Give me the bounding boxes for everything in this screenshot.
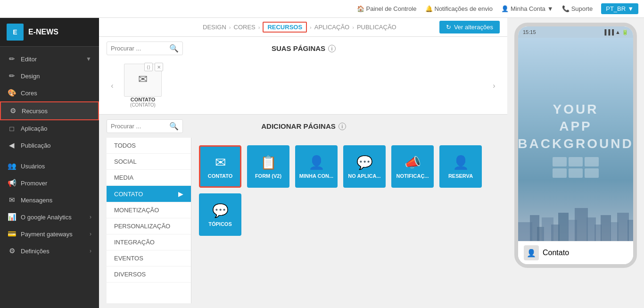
top-bar: 🏠 Painel de Controle 🔔 Notificações de e…	[0, 0, 644, 18]
tile-minha-con[interactable]: 👤 MINHA CON...	[295, 145, 338, 188]
tile-form[interactable]: 📋 FORM (V2)	[247, 145, 289, 188]
category-contato[interactable]: CONTATO ▶	[107, 186, 191, 202]
mensagens-icon: ✉	[8, 196, 16, 204]
tile-reserva[interactable]: 👤 RESERVA	[439, 145, 482, 188]
sidebar-item-cores[interactable]: 🎨 Cores	[0, 84, 99, 101]
sidebar-item-promover[interactable]: 📢 Promover	[0, 175, 99, 191]
carousel-next[interactable]: ›	[488, 80, 500, 92]
breadcrumb-design[interactable]: DESIGN	[203, 24, 226, 31]
adicionar-info-icon[interactable]: i	[339, 123, 346, 130]
adicionar-paginas-section: 🔍 ADICIONAR PÁGINAS i TODOS SOCIAL MEDIA…	[99, 115, 507, 308]
category-eventos[interactable]: EVENTOS	[107, 250, 191, 266]
categories-panel: TODOS SOCIAL MEDIA CONTATO ▶ MONETIZAÇÃO…	[107, 138, 191, 303]
grid-cell	[553, 157, 567, 166]
svg-rect-5	[558, 213, 569, 241]
grid-cell	[585, 157, 599, 166]
sidebar-item-mensagens[interactable]: ✉ Mensagens	[0, 191, 99, 208]
recursos-label: Recursos	[22, 108, 48, 115]
category-diversos[interactable]: DIVERSOS	[107, 266, 191, 283]
content-area: DESIGN › CORES › RECURSOS › APLICAÇÃO › …	[99, 18, 507, 308]
publicacao-label: Publicação	[21, 142, 51, 149]
editor-group[interactable]: ✏ Editor ▼	[0, 50, 99, 67]
suas-paginas-search[interactable]: 🔍	[107, 42, 183, 55]
painel-controle-link[interactable]: 🏠 Painel de Controle	[357, 5, 417, 12]
breadcrumb-bar: DESIGN › CORES › RECURSOS › APLICAÇÃO › …	[99, 18, 507, 37]
design-icon: ✏	[8, 72, 16, 80]
category-arrow: ▶	[178, 190, 183, 198]
sidebar-item-usuarios[interactable]: 👥 Usuários	[0, 158, 99, 175]
promover-icon: 📢	[8, 179, 16, 187]
grid-cell	[585, 168, 599, 178]
breadcrumb-aplicacao[interactable]: APLICAÇÃO	[314, 24, 349, 31]
analytics-chevron: ›	[90, 214, 91, 220]
breadcrumb-sep-1: ›	[229, 25, 231, 30]
sidebar-item-analytics[interactable]: 📊 O google Analytics ›	[0, 208, 99, 225]
adicionar-paginas-header: 🔍 ADICIONAR PÁGINAS i	[107, 119, 500, 133]
info-icon[interactable]: i	[328, 45, 336, 52]
sidebar-item-aplicacao[interactable]: □ Aplicação	[0, 120, 99, 137]
aplicacao-label: Aplicação	[21, 125, 47, 132]
notificacoes-link[interactable]: 🔔 Notificações de envio	[425, 5, 493, 12]
recursos-icon: ⚙	[8, 107, 17, 115]
tile-form-icon: 📋	[260, 155, 277, 170]
suas-paginas-header: 🔍 SUAS PÁGINAS i	[107, 42, 500, 55]
search-input[interactable]	[111, 45, 167, 52]
category-personalizacao[interactable]: PERSONALIZAÇÃO	[107, 218, 191, 234]
category-todos[interactable]: TODOS	[107, 138, 191, 154]
tile-reserva-icon: 👤	[453, 155, 469, 170]
tile-topicos-label: TÓPICOS	[208, 221, 232, 227]
tile-no-aplica[interactable]: 💬 NO APLICA...	[343, 145, 386, 188]
adicionar-search-input[interactable]	[111, 123, 167, 130]
adicionar-search[interactable]: 🔍	[107, 119, 183, 133]
sidebar-item-publicacao[interactable]: ◀ Publicação	[0, 137, 99, 154]
sidebar-item-design[interactable]: ✏ Design	[0, 67, 99, 84]
category-monetizacao[interactable]: MONETIZAÇÃO	[107, 202, 191, 218]
cores-label: Cores	[21, 90, 37, 97]
grid-cell	[553, 168, 567, 178]
sidebar-item-payment[interactable]: 💳 Payment gateways ›	[0, 225, 99, 242]
tile-notificac[interactable]: 📣 NOTIFICAÇ...	[391, 145, 434, 188]
breadcrumb-recursos[interactable]: RECURSOS	[263, 22, 307, 33]
grid-cell	[569, 157, 583, 166]
add-pages-layout: TODOS SOCIAL MEDIA CONTATO ▶ MONETIZAÇÃO…	[107, 138, 500, 303]
suporte-link[interactable]: 📞 Suporte	[562, 5, 593, 12]
breadcrumb-publicacao[interactable]: PUBLICAÇÃO	[357, 24, 396, 31]
definicoes-icon: ⚙	[8, 247, 16, 255]
tile-reserva-label: RESERVA	[448, 173, 473, 179]
tile-contato[interactable]: ✉ CONTATO	[199, 145, 241, 188]
usuarios-label: Usuários	[21, 163, 45, 170]
chevron-down-icon: ▼	[627, 5, 634, 12]
mensagens-label: Mensagens	[21, 197, 52, 204]
ver-alteracoes-label: Ver alterações	[454, 24, 493, 31]
svg-rect-12	[617, 213, 629, 241]
category-social[interactable]: SOCIAL	[107, 154, 191, 170]
usuarios-icon: 👥	[8, 162, 16, 170]
tile-noapl-label: NO APLICA...	[348, 173, 380, 179]
pages-carousel: ‹ ⟨⟩ ✕ ✉ CONTATO (CONTATO) ›	[107, 60, 500, 109]
page-delete-button[interactable]: ✕	[155, 63, 163, 71]
app-name: E-NEWS	[28, 28, 58, 36]
lang-button[interactable]: PT_BR ▼	[601, 3, 638, 14]
tile-minha-icon: 👤	[308, 155, 325, 170]
page-card-contato: ⟨⟩ ✕ ✉ CONTATO (CONTATO)	[122, 64, 164, 108]
publicacao-icon: ◀	[8, 141, 16, 150]
tile-topicos[interactable]: 💬 TÓPICOS	[199, 193, 241, 236]
sidebar-item-definicoes[interactable]: ⚙ Definições ›	[0, 242, 99, 259]
minha-conta-link[interactable]: 👤 Minha Conta ▼	[501, 5, 553, 12]
category-media[interactable]: MEDIA	[107, 170, 191, 186]
category-integracao[interactable]: INTEGRAÇÃO	[107, 234, 191, 250]
ver-alteracoes-button[interactable]: ↻ Ver alterações	[439, 21, 500, 33]
payment-icon: 💳	[8, 230, 16, 238]
tile-contato-label: CONTATO	[208, 173, 233, 179]
chevron-down-icon: ▼	[547, 5, 553, 12]
phone-frame: 15:15 ▐▐▐ ▲ 🔋 YOUR APP BACKGROUND	[514, 23, 637, 268]
breadcrumb-cores[interactable]: CORES	[234, 24, 256, 31]
page-edit-button[interactable]: ⟨⟩	[144, 63, 153, 71]
sidebar-item-recursos[interactable]: ⚙ Recursos	[0, 101, 99, 120]
carousel-prev[interactable]: ‹	[107, 80, 118, 92]
suas-paginas-section: 🔍 SUAS PÁGINAS i ‹ ⟨⟩ ✕ ✉	[99, 37, 507, 115]
grid-cell	[569, 168, 583, 178]
phone-status-bar: 15:15 ▐▐▐ ▲ 🔋	[518, 26, 633, 38]
adicionar-search-icon: 🔍	[169, 122, 179, 131]
editor-section: ✏ Editor ▼ ✏ Design 🎨 Cores ⚙ Recursos □…	[0, 47, 99, 158]
